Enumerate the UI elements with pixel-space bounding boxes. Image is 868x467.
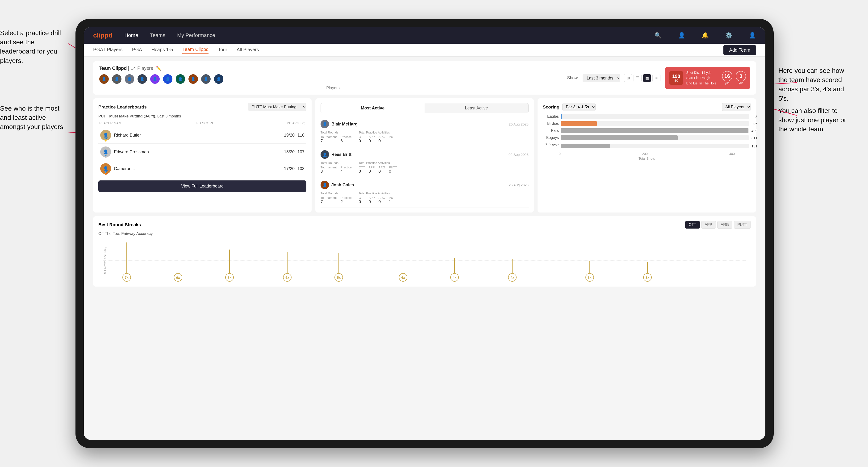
player-avg-2: 107	[298, 150, 305, 154]
subnav-tour[interactable]: Tour	[218, 47, 227, 53]
medal-2: 🥈	[104, 154, 108, 158]
least-active-tab[interactable]: Least Active	[425, 103, 528, 113]
streak-pin-5: 5x	[335, 253, 343, 282]
annotation-3: Here you can see how the team have score…	[778, 66, 854, 103]
stat-yds-1: 16	[722, 71, 733, 81]
tournament-label: Tournament	[320, 135, 337, 139]
player-avg-1: 110	[298, 133, 305, 138]
avatar[interactable]: 👤	[175, 74, 186, 84]
streaks-tab-app[interactable]: APP	[701, 221, 716, 228]
stat-yds-2-label: yds	[736, 81, 746, 85]
streak-pin-7: 4x	[450, 258, 459, 282]
panels-grid: Practice Leaderboards PUTT Must Make Put…	[93, 98, 756, 213]
par-filter-select[interactable]: Par 3, 4 & 5s	[562, 103, 596, 111]
scoring-panel: Scoring Par 3, 4 & 5s All Players Eagles	[537, 98, 756, 213]
annotation-2-text: See who is the most and least active amo…	[0, 105, 65, 130]
edit-team-icon[interactable]: ✏️	[156, 66, 161, 71]
bar-val-pars: 499	[751, 129, 757, 133]
user-avatar-icon[interactable]: 👤	[749, 32, 756, 39]
bar-fill-dbogeys	[561, 144, 610, 148]
grid-view-icon[interactable]: ⊞	[624, 74, 632, 82]
leaderboard-row: 👤 🥉 Cameron... 17/20 103	[98, 160, 306, 177]
bar-val-eagles: 3	[755, 115, 757, 119]
streak-pin-4: 5x	[283, 252, 291, 282]
practice-leaderboards-panel: Practice Leaderboards PUTT Must Make Put…	[93, 98, 312, 213]
best-round-streaks-panel: Best Round Streaks OTT APP ARG PUTT Off …	[93, 216, 756, 286]
annotation-1: Select a practice drill and see the lead…	[0, 28, 66, 65]
practice-activities-label: Total Practice Activities	[359, 131, 397, 134]
subnav-team-clippd[interactable]: Team Clippd	[182, 47, 209, 54]
settings-icon[interactable]: ⚙️	[725, 32, 733, 39]
streak-pin-8: 4x	[508, 259, 517, 282]
streak-pin-10: 3x	[643, 262, 652, 282]
view-full-leaderboard-button[interactable]: View Full Leaderboard	[98, 181, 306, 192]
drill-select[interactable]: PUTT Must Make Putting...	[248, 103, 306, 111]
main-content: Team Clippd | 14 Players ✏️ 👤 👤 👤 👤 👤 👤 …	[84, 57, 766, 440]
most-active-tab[interactable]: Most Active	[321, 103, 425, 113]
team-title: Team Clippd | 14 Players	[99, 66, 153, 71]
bar-label-pars: Pars	[545, 129, 559, 133]
player-filter-select[interactable]: All Players	[722, 103, 751, 111]
active-tabs: Most Active Least Active	[320, 103, 529, 113]
player-name-2: Edward Crossman	[114, 150, 281, 154]
subnav-pga[interactable]: PGA	[132, 47, 142, 53]
avatar[interactable]: 👤	[162, 74, 173, 84]
active-player-name-1: Blair McHarg	[331, 122, 358, 127]
nav-teams[interactable]: Teams	[150, 32, 165, 38]
bell-icon[interactable]: 🔔	[702, 32, 709, 39]
total-rounds-label: Total Rounds	[320, 131, 352, 134]
bar-fill-pars	[561, 128, 748, 133]
leaderboard-panel-title: Practice Leaderboards	[98, 104, 147, 110]
subnav-pgat[interactable]: PGAT Players	[93, 47, 123, 53]
scoring-title: Scoring	[543, 104, 559, 110]
avatar[interactable]: 👤	[124, 74, 135, 84]
player-avatar-3: 👤 🥉	[100, 163, 111, 174]
annotation-2: See who is the most and least active amo…	[0, 104, 66, 132]
player-card-avatar-1: 👤	[320, 120, 329, 128]
annotation-3-text: Here you can see how the team have score…	[778, 67, 844, 102]
avatar[interactable]: 👤	[99, 74, 109, 84]
list-view-icon[interactable]: ☰	[633, 74, 642, 82]
add-team-button[interactable]: Add Team	[723, 45, 756, 55]
subnav-all-players[interactable]: All Players	[237, 47, 259, 53]
bar-label-eagles: Eagles	[545, 115, 559, 119]
avatar[interactable]: 👤	[201, 74, 211, 84]
player-avg-3: 103	[298, 166, 305, 171]
tablet-frame: clippd Home Teams My Performance 🔍 👤 🔔 ⚙…	[75, 19, 774, 448]
player-card-3: 👤 Josh Coles 26 Aug 2023 Total Rounds To…	[320, 177, 529, 208]
card-view-icon[interactable]: ▦	[643, 74, 651, 82]
avatar[interactable]: 👤	[188, 74, 198, 84]
streaks-tab-arg[interactable]: ARG	[717, 221, 733, 228]
filter-icon[interactable]: ≡	[652, 74, 660, 82]
search-icon[interactable]: 🔍	[654, 32, 661, 39]
streaks-tab-putt[interactable]: PUTT	[734, 221, 751, 228]
medal-3: 🥉	[104, 171, 108, 175]
tournament-val-1: 7	[320, 139, 337, 144]
team-header-card: Team Clippd | 14 Players ✏️ 👤 👤 👤 👤 👤 👤 …	[93, 61, 756, 95]
avatar[interactable]: 👤	[137, 74, 148, 84]
show-period-select[interactable]: Last 3 months	[583, 74, 620, 82]
leaderboard-row: 👤 🥈 Edward Crossman 18/20 107	[98, 144, 306, 160]
avatar[interactable]: 👤	[150, 74, 160, 84]
stat-yds-1-label: yds	[722, 81, 733, 85]
bar-fill-eagles	[561, 114, 562, 119]
streaks-subtitle: Off The Tee, Fairway Accuracy	[98, 231, 751, 236]
streaks-tab-ott[interactable]: OTT	[685, 221, 700, 228]
player-name-3: Cameron...	[114, 166, 281, 171]
chart-x-title: Total Shots	[543, 157, 751, 160]
people-icon[interactable]: 👤	[678, 32, 685, 39]
video-badge-sub: SC	[672, 79, 680, 82]
annotation-4-text: You can also filter to show just one pla…	[778, 107, 846, 133]
streak-pin-1: 7x	[122, 243, 131, 282]
avatar[interactable]: 👤	[112, 74, 122, 84]
bar-fill-bogeys	[561, 135, 678, 140]
practice-val-1: 6	[341, 139, 352, 144]
streak-pin-3: 6x	[225, 250, 234, 282]
subnav-hcaps[interactable]: Hcaps 1-5	[151, 47, 173, 53]
nav-home[interactable]: Home	[124, 32, 138, 38]
avatar[interactable]: 👤	[214, 74, 224, 84]
bar-label-dbogeys: D. Bogeys +	[545, 143, 559, 150]
nav-my-performance[interactable]: My Performance	[177, 32, 215, 38]
annotation-1-text: Select a practice drill and see the lead…	[0, 29, 61, 64]
player-card-avatar-2: 👤	[320, 150, 329, 159]
